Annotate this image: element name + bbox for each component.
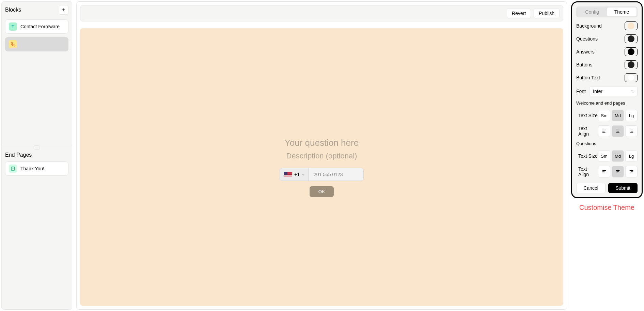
question-placeholder[interactable]: Your question here bbox=[285, 138, 359, 148]
background-label: Background bbox=[576, 23, 602, 29]
welcome-size-md[interactable]: Md bbox=[612, 110, 624, 121]
panel-resize-handle[interactable] bbox=[2, 147, 72, 147]
block-item-contact[interactable]: T Contact Formware bbox=[5, 19, 68, 34]
tab-theme[interactable]: Theme bbox=[607, 7, 637, 16]
questions-color-swatch[interactable] bbox=[625, 34, 638, 43]
theme-panel: Config Theme Background Questions Answer… bbox=[571, 1, 643, 198]
add-block-button[interactable]: + bbox=[59, 5, 68, 15]
end-pages-title: End Pages bbox=[5, 152, 68, 158]
font-select[interactable]: Inter ⇅ bbox=[589, 86, 638, 96]
questions-align-center[interactable] bbox=[612, 166, 624, 177]
welcome-align-center[interactable] bbox=[612, 125, 624, 137]
country-code-select[interactable]: +1 ⌄ bbox=[280, 168, 309, 181]
end-page-item[interactable]: Thank You! bbox=[5, 161, 68, 176]
country-code: +1 bbox=[294, 172, 300, 177]
topbar: Revert Publish bbox=[80, 5, 563, 21]
text-align-label: Text Align bbox=[578, 126, 598, 137]
welcome-size-sm[interactable]: Sm bbox=[598, 110, 610, 121]
publish-button[interactable]: Publish bbox=[534, 8, 560, 18]
sidebar-right: Config Theme Background Questions Answer… bbox=[571, 1, 643, 310]
cancel-button[interactable]: Cancel bbox=[576, 183, 606, 193]
answers-label: Answers bbox=[576, 49, 595, 55]
callout-text: Customise Theme bbox=[571, 204, 643, 212]
chevron-down-icon: ⌄ bbox=[302, 172, 304, 176]
document-icon bbox=[9, 165, 17, 173]
questions-label: Questions bbox=[576, 36, 598, 42]
sidebar-left: Blocks + T Contact Formware End Pages Th… bbox=[1, 1, 72, 310]
phone-field: +1 ⌄ bbox=[280, 168, 364, 181]
welcome-align-left[interactable] bbox=[598, 125, 610, 137]
button-text-color-swatch[interactable] bbox=[625, 73, 638, 82]
questions-size-sm[interactable]: Sm bbox=[598, 150, 610, 162]
questions-section-label: Questions bbox=[576, 141, 638, 146]
questions-size-lg[interactable]: Lg bbox=[625, 150, 638, 162]
font-label: Font bbox=[576, 89, 586, 94]
canvas-area: Revert Publish Your question here Descri… bbox=[76, 1, 567, 310]
background-color-swatch[interactable] bbox=[625, 21, 638, 30]
revert-button[interactable]: Revert bbox=[507, 8, 531, 18]
end-page-label: Thank You! bbox=[20, 166, 44, 171]
plus-icon: + bbox=[62, 7, 65, 13]
questions-align-left[interactable] bbox=[598, 166, 610, 177]
welcome-section-label: Welcome and end pages bbox=[576, 100, 638, 106]
block-item-phone[interactable] bbox=[5, 37, 68, 51]
text-size-label: Text Size bbox=[578, 113, 598, 118]
ok-button[interactable]: OK bbox=[310, 186, 334, 197]
button-text-label: Button Text bbox=[576, 75, 600, 80]
us-flag-icon bbox=[284, 172, 292, 177]
tab-config[interactable]: Config bbox=[577, 7, 607, 16]
form-preview: Your question here Description (optional… bbox=[80, 28, 563, 306]
panel-tabs: Config Theme bbox=[576, 6, 638, 17]
select-chevron-icon: ⇅ bbox=[631, 90, 634, 93]
description-placeholder[interactable]: Description (optional) bbox=[286, 152, 357, 160]
text-size-label-q: Text Size bbox=[578, 153, 598, 159]
text-icon: T bbox=[9, 22, 17, 31]
phone-input[interactable] bbox=[309, 168, 363, 181]
questions-align-right[interactable] bbox=[625, 166, 638, 177]
buttons-color-swatch[interactable] bbox=[625, 60, 638, 69]
submit-button[interactable]: Submit bbox=[608, 183, 638, 193]
buttons-label: Buttons bbox=[576, 62, 592, 67]
answers-color-swatch[interactable] bbox=[625, 47, 638, 56]
font-value: Inter bbox=[593, 89, 602, 94]
blocks-title: Blocks bbox=[5, 7, 21, 13]
text-align-label-q: Text Align bbox=[578, 166, 598, 177]
block-label: Contact Formware bbox=[20, 24, 60, 29]
questions-size-md[interactable]: Md bbox=[612, 150, 624, 162]
welcome-align-right[interactable] bbox=[625, 125, 638, 137]
welcome-size-lg[interactable]: Lg bbox=[625, 110, 638, 121]
phone-icon bbox=[9, 40, 17, 48]
